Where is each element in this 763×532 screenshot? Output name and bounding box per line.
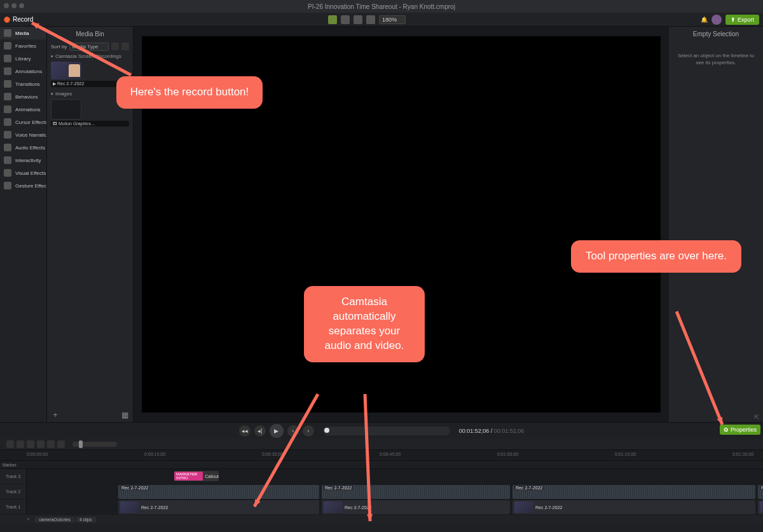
sidebar-item-media[interactable]: Media — [0, 27, 46, 39]
record-button[interactable]: Record — [4, 16, 33, 23]
main-toolbar: Record 180% 🔔 ⬆Export — [0, 13, 763, 27]
move-tool-icon[interactable] — [341, 15, 350, 24]
sidebar-item-library[interactable]: Library — [0, 52, 46, 65]
ruler-tick-label: 0:00:45;00 — [380, 452, 401, 456]
zoom-dropdown[interactable]: 180% — [379, 15, 406, 24]
sidebar-item-animations[interactable]: Animations — [0, 103, 46, 116]
paste-button[interactable] — [47, 440, 55, 448]
timeline-clip[interactable]: Rec 2-7-2022 — [118, 485, 319, 499]
ruler-tick-label: 0:00:00;00 — [27, 452, 48, 456]
media-bin-title: Media Bin — [47, 27, 133, 41]
cut-button[interactable] — [27, 440, 34, 448]
detach-preview-icon[interactable]: ⇱ — [754, 414, 763, 423]
play-button[interactable]: ▶ — [270, 424, 284, 438]
media-category-header[interactable]: Camtasia Screen Recordings — [47, 52, 133, 60]
step-back-button[interactable]: ◂| — [254, 425, 266, 437]
sidebar-icon — [4, 118, 11, 126]
annotation-callout: Tool properties are over here. — [571, 240, 741, 273]
tool-sidebar: MediaFavoritesLibraryAnnotationsTransiti… — [0, 27, 47, 422]
seek-slider[interactable] — [323, 426, 450, 435]
gear-icon: ✿ — [724, 426, 729, 433]
record-icon — [4, 17, 10, 23]
timeline-toolbar — [0, 439, 763, 450]
sidebar-item-gesture-effects[interactable]: Gesture Effects — [0, 179, 46, 192]
annotation-callout: Camtasia automatically separates your au… — [304, 286, 425, 362]
sidebar-icon — [4, 156, 11, 164]
track-content[interactable]: Rec 2-7-2022Rec 2-7-2022Rec 2-7-2022Rec … — [27, 484, 763, 499]
timeline-clip[interactable]: Rec 2-7-2022 — [118, 500, 319, 514]
track-header[interactable]: Track 1 — [0, 500, 27, 514]
ruler-tick-label: 0:01:30;00 — [732, 452, 753, 456]
undo-button[interactable] — [6, 440, 14, 448]
timeline-clip[interactable]: Rec 2 — [758, 500, 763, 514]
media-view-grid[interactable]: ▦ — [120, 411, 129, 419]
timeline-clip[interactable]: Rec 2-7-2022 — [512, 500, 755, 514]
timeline-track[interactable]: Track 3MARKETER INTROCallout — [0, 469, 763, 484]
sidebar-item-visual-effects[interactable]: Visual Effects — [0, 167, 46, 179]
track-header[interactable]: Track 3 — [0, 469, 27, 484]
sidebar-item-transitions[interactable]: Transitions — [0, 78, 46, 90]
track-content[interactable]: MARKETER INTROCallout — [27, 469, 763, 484]
timeline-clip[interactable]: Rec 2 — [758, 485, 763, 499]
sidebar-item-annotations[interactable]: Annotations — [0, 65, 46, 78]
sidebar-icon — [4, 67, 11, 75]
split-button[interactable] — [57, 440, 65, 448]
timeline-tabs: + cameraOutcries4 clips — [0, 515, 763, 524]
sidebar-item-cursor-effects[interactable]: Cursor Effects — [0, 116, 46, 128]
sidebar-icon — [4, 182, 11, 189]
sidebar-item-behaviors[interactable]: Behaviors — [0, 90, 46, 103]
sort-dir-toggle[interactable] — [111, 43, 119, 50]
sidebar-icon — [4, 106, 11, 113]
sort-dropdown[interactable]: Media Type — [69, 43, 109, 51]
record-label: Record — [13, 16, 33, 23]
marker-track[interactable]: Marker — [0, 460, 763, 469]
timeline-panel: 0:00:00;000:00:15;000:00:30;000:00:45;00… — [0, 439, 763, 532]
ruler-tick-label: 0:00:30;00 — [262, 452, 283, 456]
sidebar-icon — [4, 169, 11, 177]
timeline-clip[interactable]: Rec 2-7-2022 — [322, 485, 510, 499]
window-titlebar: PI-26 Innovation Time Shareout - Ryan Kn… — [0, 0, 763, 13]
timeline-tab[interactable]: 4 clips — [76, 517, 96, 522]
timecode: 00:01:52;06 / 00:01:52;06 — [459, 428, 525, 434]
avatar[interactable] — [711, 15, 722, 25]
timeline-clip[interactable]: Rec 2-7-2022 — [512, 485, 755, 499]
timeline-ruler[interactable]: 0:00:00;000:00:15;000:00:30;000:00:45;00… — [0, 450, 763, 460]
timeline-clip[interactable]: MARKETER INTROCallout — [174, 471, 219, 481]
timeline-track[interactable]: Track 1Rec 2-7-2022Rec 2-7-2022Rec 2-7-2… — [0, 500, 763, 515]
notification-icon[interactable]: 🔔 — [701, 17, 708, 23]
media-thumbnail-label: 🖼 Motion Graphics… — [51, 121, 129, 126]
properties-hint: Select an object on the timeline to see … — [669, 41, 763, 78]
export-button[interactable]: ⬆Export — [725, 15, 759, 25]
view-toggle[interactable] — [121, 43, 129, 50]
ruler-tick-label: 0:00:15;00 — [144, 452, 165, 456]
track-content[interactable]: Rec 2-7-2022Rec 2-7-2022Rec 2-7-2022Rec … — [27, 500, 763, 514]
timeline-zoom-slider[interactable] — [72, 442, 117, 447]
magnify-tool-icon[interactable] — [366, 15, 375, 24]
sidebar-icon — [4, 29, 11, 37]
add-track-button[interactable]: + — [27, 516, 30, 522]
media-thumbnail[interactable] — [51, 62, 81, 79]
track-header[interactable]: Track 2 — [0, 484, 27, 499]
sidebar-icon — [4, 93, 11, 100]
properties-button[interactable]: ✿Properties — [720, 425, 760, 435]
traffic-lights[interactable] — [4, 3, 24, 8]
upload-icon: ⬆ — [731, 17, 736, 23]
media-thumbnail[interactable] — [51, 99, 81, 119]
prev-marker-button[interactable]: ◂◂ — [239, 425, 251, 437]
sort-label: Sort by — [51, 44, 67, 50]
sidebar-item-audio-effects[interactable]: Audio Effects — [0, 141, 46, 154]
redo-button[interactable] — [17, 440, 24, 448]
next-marker-button[interactable]: › — [303, 425, 314, 437]
copy-button[interactable] — [37, 440, 45, 448]
add-media-button[interactable]: + — [51, 411, 60, 419]
sidebar-item-voice-narration[interactable]: Voice Narration — [0, 128, 46, 141]
timeline-clip[interactable]: Rec 2-7-2022 — [322, 500, 510, 514]
step-fwd-button[interactable]: ‹ — [287, 425, 299, 437]
sidebar-icon — [4, 131, 11, 139]
crop-tool-icon[interactable] — [354, 15, 362, 24]
sidebar-item-favorites[interactable]: Favorites — [0, 39, 46, 52]
pointer-tool-icon[interactable] — [328, 15, 337, 24]
timeline-tab[interactable]: cameraOutcries — [35, 517, 74, 522]
timeline-track[interactable]: Track 2Rec 2-7-2022Rec 2-7-2022Rec 2-7-2… — [0, 484, 763, 500]
sidebar-item-interactivity[interactable]: Interactivity — [0, 154, 46, 167]
